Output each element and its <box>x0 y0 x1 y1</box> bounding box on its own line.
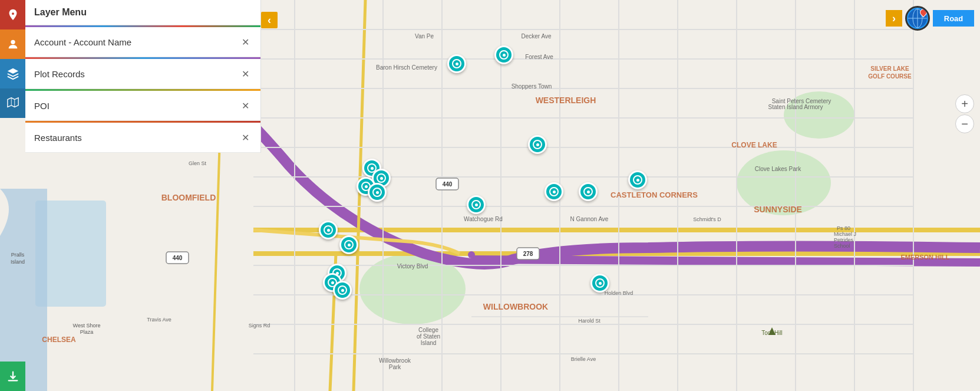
account-layer-label: Account - Account Name <box>34 37 131 47</box>
marker-16 <box>467 195 486 214</box>
svg-point-56 <box>11 40 15 44</box>
svg-text:Watchogue Rd: Watchogue Rd <box>464 216 503 222</box>
marker-7 <box>368 183 387 202</box>
account-layer-close[interactable]: ✕ <box>239 35 252 48</box>
svg-text:College: College <box>418 327 438 333</box>
svg-text:Signs Rd: Signs Rd <box>249 323 270 328</box>
svg-text:440: 440 <box>443 181 453 188</box>
poi-item[interactable]: POI ✕ <box>25 91 260 121</box>
svg-text:Travis Ave: Travis Ave <box>147 317 171 323</box>
road-map-button[interactable]: Road <box>933 10 974 27</box>
svg-text:N Gannon Ave: N Gannon Ave <box>570 216 609 222</box>
svg-text:278: 278 <box>523 251 533 257</box>
svg-text:West Shore: West Shore <box>73 323 101 328</box>
zoom-controls: + − <box>955 94 974 133</box>
svg-text:Decker Ave: Decker Ave <box>522 33 552 40</box>
layers-button[interactable] <box>0 59 25 88</box>
svg-text:CHELSEA: CHELSEA <box>42 336 76 344</box>
collapse-icon: ‹ <box>268 14 271 27</box>
marker-8 <box>628 170 647 189</box>
svg-text:Willowbrook: Willowbrook <box>379 357 411 364</box>
restaurants-label: Restaurants <box>34 133 82 143</box>
svg-text:Plaza: Plaza <box>80 329 94 335</box>
nav-forward-icon: › <box>892 12 896 25</box>
svg-text:School: School <box>834 243 850 249</box>
marker-9 <box>545 182 563 201</box>
account-button[interactable] <box>0 29 25 59</box>
marker-1 <box>447 54 466 73</box>
svg-text:Van Pe: Van Pe <box>415 33 434 40</box>
svg-point-55 <box>12 12 14 15</box>
svg-text:GOLF COURSE: GOLF COURSE <box>868 73 912 80</box>
svg-text:Harold St: Harold St <box>578 318 600 324</box>
basemap-button[interactable] <box>0 88 25 118</box>
zoom-out-icon: − <box>961 117 968 131</box>
restaurants-close[interactable]: ✕ <box>239 131 252 144</box>
svg-text:Glen St: Glen St <box>189 160 207 166</box>
zoom-out-button[interactable]: − <box>955 114 974 133</box>
location-button[interactable] <box>0 0 25 29</box>
toolbar <box>0 0 25 391</box>
svg-text:SUNNYSIDE: SUNNYSIDE <box>754 205 802 214</box>
purple-location-marker <box>468 251 475 258</box>
svg-text:Clove Lakes Park: Clove Lakes Park <box>755 166 801 172</box>
restaurants-item[interactable]: Restaurants ✕ <box>25 123 260 153</box>
svg-text:Park: Park <box>389 364 402 370</box>
svg-text:Brielle Ave: Brielle Ave <box>571 356 596 362</box>
plot-records-label: Plot Records <box>34 69 85 79</box>
svg-text:Petrides: Petrides <box>834 237 854 243</box>
svg-text:Shoppers Town: Shoppers Town <box>512 83 552 90</box>
plot-records-item[interactable]: Plot Records ✕ <box>25 59 260 89</box>
svg-text:Forest Ave: Forest Ave <box>525 54 553 60</box>
svg-text:Island: Island <box>421 340 437 346</box>
top-right-controls: › Road <box>886 6 974 31</box>
layer-panel: Layer Menu Account - Account Name ✕ Plot… <box>25 0 261 153</box>
marker-3 <box>528 135 547 154</box>
road-label: Road <box>944 14 963 23</box>
layer-menu-title: Layer Menu <box>34 7 87 17</box>
zoom-in-icon: + <box>961 97 968 111</box>
marker-17 <box>590 274 609 293</box>
svg-text:SILVER LAKE: SILVER LAKE <box>870 65 909 72</box>
svg-text:Ps 80: Ps 80 <box>837 225 850 231</box>
svg-text:Victory Blvd: Victory Blvd <box>397 263 428 270</box>
svg-text:BLOOMFIELD: BLOOMFIELD <box>161 193 216 202</box>
svg-text:WILLOWBROOK: WILLOWBROOK <box>483 302 548 311</box>
zoom-in-button[interactable]: + <box>955 94 974 113</box>
marker-12 <box>339 235 358 254</box>
download-button[interactable] <box>0 362 25 391</box>
poi-close[interactable]: ✕ <box>239 99 252 112</box>
svg-text:Schmidt's D: Schmidt's D <box>693 216 721 222</box>
marker-15 <box>333 281 352 300</box>
marker-2 <box>494 45 513 64</box>
account-layer-item[interactable]: Account - Account Name ✕ <box>25 27 260 57</box>
globe-icon[interactable] <box>905 6 930 31</box>
svg-text:Staten Island Armory: Staten Island Armory <box>768 104 823 110</box>
collapse-panel-button[interactable]: ‹ <box>261 12 278 28</box>
svg-text:EMERSON HILL: EMERSON HILL <box>900 254 949 261</box>
svg-text:WESTERLEIGH: WESTERLEIGH <box>536 96 596 105</box>
svg-text:of Staten: of Staten <box>417 333 440 340</box>
svg-text:CASTLETON CORNERS: CASTLETON CORNERS <box>611 190 698 199</box>
svg-text:CLOVE LAKE: CLOVE LAKE <box>731 141 777 149</box>
marker-10 <box>579 182 598 201</box>
plot-records-close[interactable]: ✕ <box>239 67 252 80</box>
poi-label: POI <box>34 101 50 111</box>
svg-text:Baron Hirsch Cemetery: Baron Hirsch Cemetery <box>376 64 437 71</box>
svg-text:440: 440 <box>173 255 183 261</box>
svg-text:Michael J: Michael J <box>834 231 856 237</box>
nav-forward-button[interactable]: › <box>886 10 902 27</box>
layer-panel-header: Layer Menu <box>25 0 260 25</box>
marker-11 <box>319 221 338 239</box>
